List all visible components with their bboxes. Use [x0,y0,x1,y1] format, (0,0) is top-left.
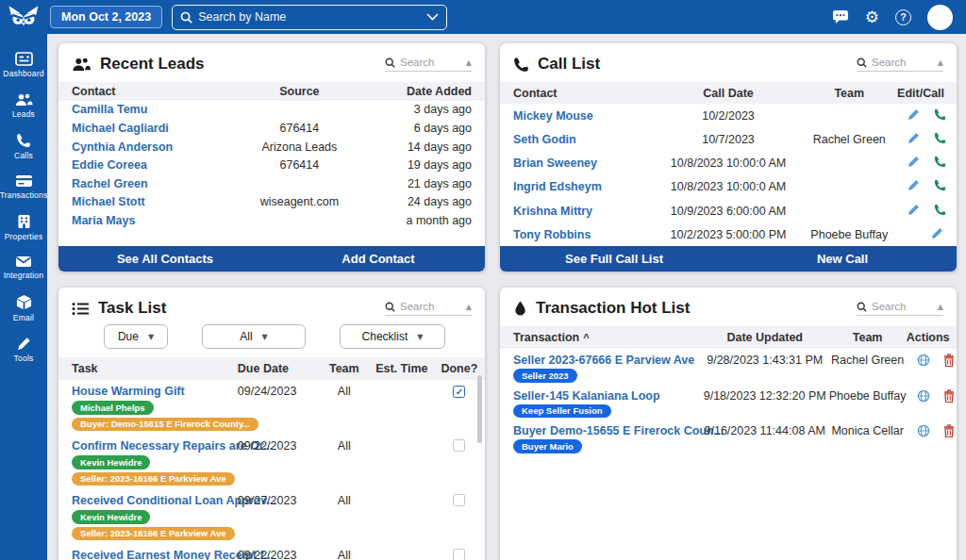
column-header-transaction-sort[interactable]: Transaction^ [500,326,701,349]
task-team: All [319,544,370,560]
transaction-badge[interactable]: Seller: 2023-16166 E Parkview Ave [72,527,235,541]
done-checkbox[interactable] [453,549,465,560]
task-link[interactable]: House Warming Gift [72,385,185,398]
contact-link[interactable]: Krishna Mittry [513,205,592,218]
done-checkbox[interactable] [453,494,465,506]
due-filter-dropdown[interactable]: Due▼ [104,324,168,349]
edit-icon[interactable] [908,179,920,194]
sidebar-item-leads[interactable]: Leads [0,86,47,126]
sidebar-item-calls[interactable]: Calls [0,126,47,168]
new-call-button[interactable]: New Call [728,252,957,266]
call-icon[interactable] [934,132,946,147]
collapse-card-icon[interactable]: ▲ [466,58,472,67]
done-checkbox[interactable]: ✓ [453,386,465,398]
edit-icon[interactable] [908,132,920,147]
globe-icon[interactable] [917,389,930,405]
transaction-badge[interactable]: Buyer: Demo-15615 E Firerock County... [72,418,258,432]
see-full-call-list-button[interactable]: See Full Call List [500,252,728,266]
lead-row: Camilla Temu 3 days ago [58,101,485,120]
call-icon[interactable] [934,108,946,124]
contact-link[interactable]: Tony Robbins [513,228,591,241]
call-icon[interactable] [934,204,946,219]
lead-source: 676414 [229,119,370,138]
search-icon [385,302,395,312]
contact-link[interactable]: Seth Godin [513,133,576,146]
recent-leads-search-input[interactable] [400,57,449,68]
lead-row: Rachel Green 21 days ago [58,174,485,193]
transaction-link[interactable]: Seller-145 Kalaniana Loop [513,389,660,403]
contact-link[interactable]: Michael Stott [72,195,145,208]
column-header: Date Added [370,82,485,101]
scrollbar-thumb[interactable] [477,375,482,443]
task-list-search[interactable]: ▲ [385,301,472,316]
add-contact-button[interactable]: Add Contact [272,252,485,266]
contact-link[interactable]: Maria Mays [72,214,135,227]
task-list-search-input[interactable] [400,301,449,312]
contact-link[interactable]: Ingrid Edsheym [513,180,602,193]
transaction-type-badge[interactable]: Seller 2023 [513,369,577,383]
chevron-down-icon[interactable] [426,13,439,21]
call-icon[interactable] [934,156,946,171]
date-button[interactable]: Mon Oct 2, 2023 [50,6,162,28]
transaction-link[interactable]: Buyer Demo-15655 E Firerock Coun... [513,424,724,437]
sidebar-item-properties[interactable]: Properties [0,207,47,249]
chat-icon[interactable] [832,9,849,25]
lead-date-added: 3 days ago [370,101,485,120]
edit-icon[interactable] [908,156,920,171]
hot-list-search-input[interactable] [872,301,921,312]
task-list-card: Task List ▲ Due▼ All▼ Checklist▼ [58,288,485,560]
transaction-type-badge[interactable]: Buyer Mario [513,439,582,453]
sidebar-item-tools[interactable]: Tools [0,330,47,371]
see-all-contacts-button[interactable]: See All Contacts [58,252,272,266]
collapse-card-icon[interactable]: ▲ [938,58,943,67]
contact-link[interactable]: Michael Cagliardi [72,122,169,135]
call-icon[interactable] [934,179,946,194]
task-filters: Due▼ All▼ Checklist▼ [58,323,485,357]
topbar-search-input[interactable] [198,10,421,24]
contact-link[interactable]: Eddie Coreea [72,158,147,172]
trash-icon[interactable] [943,424,955,440]
recent-leads-search[interactable]: ▲ [385,57,472,72]
call-list-search[interactable]: ▲ [857,57,943,72]
lead-row: Maria Mays a month ago [58,211,485,230]
owl-logo-icon[interactable] [0,5,47,30]
hot-list-search[interactable]: ▲ [857,301,943,316]
call-team [801,199,897,222]
call-team: Rachel Green [801,127,897,151]
topbar-search[interactable] [172,5,447,30]
edit-icon[interactable] [908,204,920,219]
call-team [801,104,897,127]
sidebar-item-integration[interactable]: Integration [0,249,47,288]
transaction-date-updated: 9/18/2023 12:32:20 PM [701,385,829,420]
avatar[interactable] [927,5,953,30]
contact-link[interactable]: Camilla Temu [72,103,147,116]
contact-link[interactable]: Brian Sweeney [513,156,597,170]
checklist-filter-dropdown[interactable]: Checklist▼ [340,324,445,349]
sidebar-item-label: Dashboard [3,69,43,78]
lead-date-added: 6 days ago [370,119,485,138]
team-filter-dropdown[interactable]: All▼ [202,324,306,349]
contact-link[interactable]: Mickey Mouse [513,109,593,123]
column-header: Due Date [238,357,319,380]
collapse-card-icon[interactable]: ▲ [466,303,472,311]
gear-icon[interactable]: ⚙ [865,9,879,25]
globe-icon[interactable] [917,424,930,440]
trash-icon[interactable] [943,389,955,405]
done-checkbox[interactable] [453,439,465,452]
call-date: 10/7/2023 [656,127,802,151]
edit-icon[interactable] [908,108,920,124]
sidebar-item-email[interactable]: Email [0,288,47,330]
contact-link[interactable]: Rachel Green [72,177,148,190]
sidebar-item-transactions[interactable]: Transactions [0,168,47,207]
sidebar-item-dashboard[interactable]: Dashboard [0,45,47,86]
edit-icon[interactable] [931,227,943,242]
transaction-badge[interactable]: Seller: 2023-16166 E Parkview Ave [72,472,235,486]
contact-link[interactable]: Cynthia Anderson [72,140,173,154]
transaction-link[interactable]: Seller 2023-67666 E Parview Ave [513,354,694,367]
help-icon[interactable]: ? [895,9,911,25]
collapse-card-icon[interactable]: ▲ [938,303,943,311]
trash-icon[interactable] [943,354,955,370]
transaction-type-badge[interactable]: Keep Seller Fusion [513,404,611,419]
globe-icon[interactable] [917,354,930,370]
call-list-search-input[interactable] [872,57,921,68]
